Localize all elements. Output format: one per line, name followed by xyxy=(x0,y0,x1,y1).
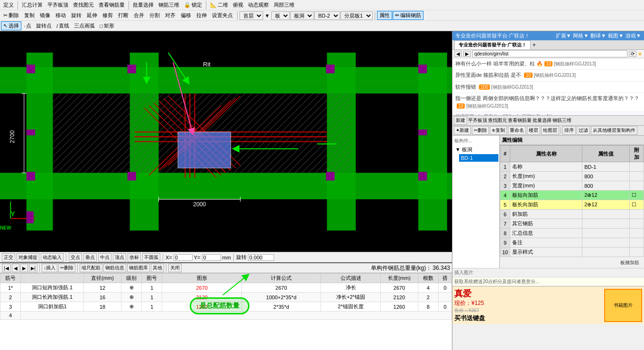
x-input[interactable] xyxy=(174,254,193,261)
btn-intersection[interactable]: 交点 xyxy=(69,253,82,262)
nav-next[interactable]: ▶ xyxy=(20,264,28,272)
btn-rename[interactable]: 重命名 xyxy=(508,126,526,135)
prop-row[interactable]: 1 名称 BD-1 xyxy=(500,162,644,172)
btn-scale-rebar[interactable]: 缩尺配筋 xyxy=(80,264,102,272)
question-list[interactable]: 神有什么小一样 咱半常用的梁、柱 🔥 10 [钢筋抽样GGJ2013] 异性里面… xyxy=(452,58,644,115)
table-row[interactable]: 3 洞口斜加筋1 18 ⊕ 1 1260 2*35*d 2*锚固长度 1260 … xyxy=(0,302,452,312)
btn-batch-select[interactable]: 批量选择 xyxy=(130,0,156,9)
btn-dynamic-input[interactable]: 动态输入 xyxy=(41,253,64,262)
elem-select[interactable]: 板洞 xyxy=(290,11,314,20)
btn-arc-tool[interactable]: 三点画弧 xyxy=(72,21,97,30)
btn-vertex[interactable]: 顶点 xyxy=(113,253,126,262)
btn-rebar-info[interactable]: 钢筋信息 xyxy=(103,264,126,272)
prop-value-cell[interactable]: 800 xyxy=(582,172,630,181)
btn-midpoint[interactable]: 中点 xyxy=(98,253,111,262)
btn-filter[interactable]: 过滤 xyxy=(577,126,590,135)
btn-point-tool[interactable]: · 点 xyxy=(21,21,34,30)
btn-view-rebar[interactable]: 查看钢筋量 xyxy=(96,0,127,9)
btn-snap[interactable]: 对象捕捉 xyxy=(17,253,39,262)
btn-del-elem[interactable]: ✂删除 xyxy=(472,126,489,135)
btn-trim[interactable]: 修剪 xyxy=(100,11,115,20)
btn-delete[interactable]: ✂ 删除 xyxy=(1,11,21,20)
btn-property[interactable]: 属性 xyxy=(377,11,392,20)
btn-draw-layer[interactable]: 绘图层 xyxy=(541,126,559,135)
btn-align[interactable]: 对齐 xyxy=(163,11,178,20)
table-row[interactable]: 4 xyxy=(0,312,452,320)
y-input[interactable] xyxy=(202,254,221,261)
btn-break[interactable]: 打断 xyxy=(116,11,131,20)
btn-back[interactable]: ◀ xyxy=(454,51,462,57)
prop-row-short-rebar[interactable]: 4 板短向加筋 2⊕12 ☐ xyxy=(500,191,644,200)
prop-row[interactable]: 6 斜加筋 xyxy=(500,210,644,219)
rebar-table-wrap[interactable]: 筋号 直径(mm) 级别 图号 图形 计算公式 公式描述 长度(mm) 根数 xyxy=(0,273,452,350)
prop-row[interactable]: 2 长度(mm) 800 xyxy=(500,172,644,181)
prop-value-cell[interactable] xyxy=(582,210,630,219)
btn-copy-elem[interactable]: ⊕复制 xyxy=(490,126,507,135)
btn-floor-seg[interactable]: 楼层 xyxy=(527,126,540,135)
btn-dynamic-obs[interactable]: 动态观察 xyxy=(246,0,271,9)
btn-extend[interactable]: 延伸 xyxy=(84,11,100,20)
btn-rotate-point[interactable]: 旋转点 xyxy=(34,21,54,30)
btn-translate[interactable]: 翻译▼ xyxy=(590,32,606,39)
btn-rect-tool[interactable]: □ 矩形 xyxy=(97,21,117,30)
prop-value-cell[interactable] xyxy=(582,219,630,229)
btn-find-elem[interactable]: 查找图元 xyxy=(71,0,96,9)
btn-del-row[interactable]: ✂删除 xyxy=(58,264,75,272)
tree-item-bd1[interactable]: BD-1 xyxy=(459,154,498,162)
btn-sort[interactable]: 排序 xyxy=(562,126,576,135)
btn-edit-rebar[interactable]: ✏ 编辑钢筋 xyxy=(393,11,423,20)
url-input[interactable] xyxy=(472,50,627,57)
btn-new-tab[interactable]: + xyxy=(533,42,536,48)
btn-calc[interactable]: 汇总计算 xyxy=(19,0,45,9)
prop-row[interactable]: 7 其它钢筋 xyxy=(500,219,644,229)
btn-mirror[interactable]: 镜像 xyxy=(37,11,53,20)
cad-canvas[interactable]: 2700 2000 Y X xyxy=(0,31,452,252)
btn-merge[interactable]: 合并 xyxy=(131,11,147,20)
table-row[interactable]: 1* 洞口短跨加强筋.1 12 ⊕ 1 2670 2670 净长 2670 4 xyxy=(0,283,452,293)
question-item[interactable]: 神有什么小一样 咱半常用的梁、柱 🔥 10 [钢筋抽样GGJ2013] xyxy=(452,58,644,70)
prop-value-cell[interactable]: 800 xyxy=(582,181,630,191)
btn-offset[interactable]: 偏移 xyxy=(178,11,193,20)
prop-value-cell[interactable]: 2⊕12 xyxy=(582,191,630,200)
prop-row[interactable]: 8 汇总信息 xyxy=(500,229,644,238)
btn-expand[interactable]: 扩展▼ xyxy=(556,32,571,39)
btn-game[interactable]: 游戏▼ xyxy=(626,32,641,39)
prop-row[interactable]: 10 显示样式 xyxy=(500,248,644,257)
btn-orthogonal[interactable]: 正交 xyxy=(2,253,15,262)
btn-set-grip[interactable]: 设置夹点 xyxy=(210,11,235,20)
btn-rebar-3d[interactable]: 钢筋三维 xyxy=(156,0,182,9)
rotate-input[interactable] xyxy=(248,254,274,261)
elem-type-select[interactable]: 板 xyxy=(271,11,290,20)
btn-prop-calc[interactable]: 新建 xyxy=(454,116,467,125)
btn-refresh[interactable]: ⟳ xyxy=(629,51,636,57)
prop-table-wrap[interactable]: 属性编辑 # 属性名称 属性值 附加 xyxy=(500,136,644,268)
floor-select[interactable]: 首层 xyxy=(239,11,263,20)
btn-copy[interactable]: 复制 xyxy=(22,11,37,20)
question-item[interactable]: 指一侧还是 两侧全部的钢筋信息啊？？？这样定义的钢筋长度客度通常的？？？ 10 … xyxy=(452,93,644,112)
btn-other[interactable]: 其他 xyxy=(151,264,164,272)
btn-select-tool[interactable]: ↖ 选择 xyxy=(1,21,21,30)
nav-last[interactable]: ▶| xyxy=(29,264,38,272)
prop-row[interactable]: 3 宽度(mm) 800 xyxy=(500,181,644,191)
btn-lock[interactable]: 🔒 锁定 xyxy=(182,0,204,9)
btn-divide[interactable]: 分割 xyxy=(147,11,162,20)
prop-value-cell[interactable] xyxy=(582,248,630,257)
tree-item-slab[interactable]: ▼ 板洞 xyxy=(453,145,498,154)
btn-define[interactable]: 定义 xyxy=(1,0,16,9)
btn-2d[interactable]: 📐 二维 xyxy=(208,0,230,9)
prop-row-long-rebar[interactable]: 5 板长向加筋 2⊕12 ☐ xyxy=(500,200,644,210)
question-item[interactable]: 异性里面de 箍筋和拉筋 是不 10 [钢筋抽样GGJ2013] xyxy=(452,70,644,81)
btn-local-3d[interactable]: 局部三维 xyxy=(271,0,297,9)
elem-id-select[interactable]: BD-2 xyxy=(314,11,340,20)
tab-qa[interactable]: 专业造价问题答疑平台·广联达！ xyxy=(454,40,531,49)
nav-first[interactable]: |◀ xyxy=(2,264,11,272)
btn-insert[interactable]: ↓插入 xyxy=(42,264,57,272)
btn-new-elem[interactable]: ✦新建 xyxy=(454,126,471,135)
btn-top-view[interactable]: 俯视 xyxy=(230,0,246,9)
btn-coordinate[interactable]: 坐标 xyxy=(128,253,141,262)
question-item[interactable]: 软件报错 100 [钢筋抽样GGJ2013] xyxy=(452,82,644,93)
btn-close-table[interactable]: 关闭 xyxy=(168,264,182,272)
btn-move[interactable]: 移动 xyxy=(53,11,68,20)
btn-perpendicular[interactable]: 垂点 xyxy=(83,253,97,262)
prop-value-cell[interactable]: 2⊕12 xyxy=(582,200,630,210)
